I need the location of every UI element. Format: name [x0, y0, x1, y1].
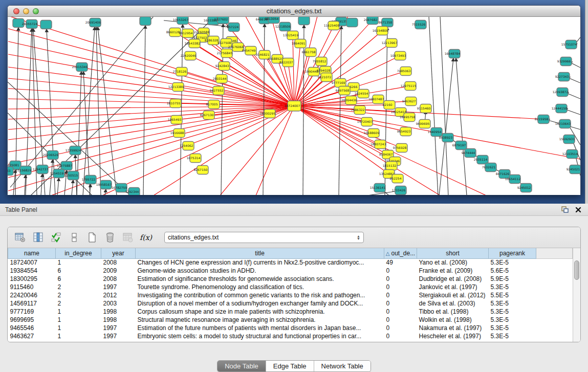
- graph-node[interactable]: [298, 17, 310, 25]
- graph-node[interactable]: 15720407: [357, 118, 373, 126]
- graph-node[interactable]: 12093872: [553, 88, 569, 97]
- graph-node[interactable]: 817005: [206, 100, 220, 109]
- graph-node[interactable]: 12213389: [168, 83, 184, 92]
- column-header-short[interactable]: short: [417, 248, 489, 258]
- graph-node[interactable]: 12975115: [401, 82, 417, 91]
- graph-node[interactable]: 8267130: [200, 111, 214, 120]
- show-columns-button[interactable]: [32, 231, 45, 244]
- graph-node[interactable]: 10973493: [390, 52, 406, 60]
- graph-node[interactable]: 21915346: [72, 63, 88, 72]
- table-row[interactable]: 946362711997Embryonic stem cells: a mode…: [8, 332, 573, 340]
- graph-node[interactable]: 9121072: [318, 73, 332, 82]
- table-row[interactable]: 977716911998Corpus callosum shape and si…: [8, 308, 573, 316]
- graph-node[interactable]: 22420046: [181, 52, 197, 60]
- column-header-title[interactable]: title: [136, 248, 384, 258]
- graph-node[interactable]: 8671358: [379, 18, 393, 27]
- table-row[interactable]: 2242004622012Investigating the contribut…: [8, 291, 573, 299]
- graph-node[interactable]: 8215958: [535, 115, 549, 124]
- graph-node[interactable]: [40, 20, 52, 29]
- delete-columns-button[interactable]: [103, 231, 117, 244]
- graph-node[interactable]: 19958167: [96, 181, 112, 189]
- graph-node[interactable]: 12103514: [562, 150, 578, 159]
- tab-edge-table[interactable]: Edge Table: [266, 361, 314, 371]
- deselect-all-button[interactable]: [68, 231, 81, 244]
- graph-node[interactable]: 1292344: [125, 188, 140, 195]
- graph-node[interactable]: 1916688: [170, 129, 185, 138]
- graph-node[interactable]: 15692931: [559, 135, 575, 144]
- graph-node[interactable]: 1810755: [167, 99, 181, 108]
- graph-node[interactable]: 9654923: [397, 127, 411, 136]
- graph-node[interactable]: 7254062: [180, 142, 194, 150]
- graph-node[interactable]: 39133: [8, 167, 13, 176]
- table-row[interactable]: 946554611997Estimation of the future num…: [8, 324, 573, 332]
- table-row[interactable]: 1456911722003Disruption of a novel membe…: [8, 299, 573, 308]
- graph-node[interactable]: 9115460: [417, 104, 431, 113]
- graph-node[interactable]: 9245021: [567, 165, 580, 174]
- graph-node[interactable]: 1815132: [383, 162, 397, 170]
- tab-network-table[interactable]: Network Table: [314, 361, 371, 371]
- window-titlebar[interactable]: citations_edges.txt: [8, 6, 580, 17]
- graph-node[interactable]: 9329966: [557, 57, 572, 66]
- column-header-year[interactable]: year: [101, 248, 136, 258]
- graph-node[interactable]: 7515526: [412, 20, 426, 29]
- graph-node[interactable]: 16648784: [445, 50, 461, 58]
- graph-node[interactable]: 9463627: [402, 97, 417, 106]
- graph-node[interactable]: 9245012: [517, 184, 532, 192]
- graph-node[interactable]: 6879197: [452, 141, 467, 150]
- graph-node[interactable]: 12942737: [33, 165, 49, 174]
- select-all-button[interactable]: [50, 231, 63, 244]
- graph-node[interactable]: 11625408: [324, 21, 340, 30]
- graph-node[interactable]: 16543382: [185, 39, 201, 48]
- graph-node[interactable]: 16154808: [373, 27, 388, 35]
- graph-node[interactable]: 8267150: [194, 166, 208, 174]
- graph-node[interactable]: 12213967: [382, 39, 398, 48]
- graph-node[interactable]: 252254: [390, 174, 403, 183]
- graph-node[interactable]: 1864091: [292, 39, 306, 48]
- graph-node[interactable]: 10688609: [364, 129, 380, 138]
- create-new-column-button[interactable]: [85, 231, 99, 244]
- graph-node[interactable]: 9227343: [555, 73, 570, 81]
- graph-node[interactable]: 20206526: [43, 151, 59, 160]
- graph-node[interactable]: 18300295: [260, 110, 276, 118]
- graph-node[interactable]: 17359924: [66, 146, 81, 155]
- graph-node[interactable]: 1733426: [392, 186, 406, 195]
- graph-node[interactable]: 9699695: [416, 120, 430, 128]
- graph-node[interactable]: 8454749: [242, 47, 256, 55]
- graph-node[interactable]: 62160: [382, 101, 395, 110]
- graph-node[interactable]: 7986322: [351, 106, 365, 115]
- table-scrollbar[interactable]: [573, 248, 580, 342]
- table-row[interactable]: 911546021997Tourette syndrome. Phenomeno…: [8, 283, 573, 291]
- graph-node[interactable]: 7485063: [397, 67, 411, 76]
- graph-node[interactable]: 13325419: [283, 31, 299, 40]
- graph-node[interactable]: 9756928: [393, 144, 407, 152]
- network-table-selector[interactable]: citations_edges.txt ▲▼: [164, 232, 364, 243]
- column-header-out_degree[interactable]: △out_de...: [384, 248, 417, 258]
- graph-node[interactable]: 10807487: [368, 95, 384, 104]
- graph-node[interactable]: [140, 17, 151, 26]
- graph-node[interactable]: 20691406: [85, 18, 101, 27]
- graph-node[interactable]: 12444158: [552, 104, 568, 113]
- graph-node[interactable]: [346, 18, 358, 27]
- column-header-pagerank[interactable]: pagerank: [489, 248, 536, 258]
- close-panel-icon[interactable]: [574, 206, 583, 214]
- table-row[interactable]: 1872400712008Changes of HCN gene express…: [8, 258, 573, 267]
- graph-node[interactable]: 10653267: [173, 17, 189, 25]
- table-row[interactable]: 1938455462009Genome-wide association stu…: [8, 267, 573, 275]
- tab-node-table[interactable]: Node Table: [217, 361, 266, 371]
- graph-node[interactable]: 16210643: [555, 120, 571, 128]
- graph-node[interactable]: 1154519: [50, 169, 64, 178]
- graph-node[interactable]: 2087682: [364, 17, 378, 25]
- function-builder-button[interactable]: f(x): [139, 231, 153, 244]
- table-row[interactable]: 969969511998Structural magnetic resonanc…: [8, 316, 573, 324]
- column-header-name[interactable]: name: [8, 248, 56, 258]
- float-panel-icon[interactable]: [560, 206, 570, 214]
- graph-node[interactable]: 15136141: [370, 184, 386, 192]
- table-row[interactable]: 1830029562008Estimation of significance …: [8, 275, 573, 283]
- graph-node[interactable]: 1440954: [428, 128, 442, 137]
- graph-node[interactable]: 1965493: [168, 116, 182, 124]
- table-mode-button[interactable]: [14, 231, 27, 244]
- column-header-in_degree[interactable]: in_degree: [56, 248, 101, 258]
- network-view[interactable]: 2435572420691406106532671603380913276027…: [8, 17, 580, 195]
- table-scrollbar-thumb[interactable]: [574, 260, 579, 280]
- graph-node[interactable]: 15751074: [561, 40, 577, 49]
